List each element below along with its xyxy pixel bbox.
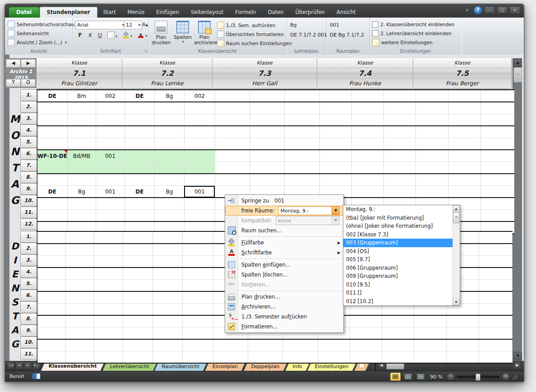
menu-item-spalten-loeschen[interactable]: Spalten löschen... <box>225 270 343 280</box>
timetable-cell[interactable] <box>94 351 123 364</box>
timetable-cell[interactable] <box>319 162 351 174</box>
timetable-cell[interactable] <box>319 138 351 150</box>
timetable-cell[interactable] <box>123 327 152 340</box>
row-header-dienstag-10[interactable]: 10. <box>20 337 37 348</box>
timetable-cell[interactable] <box>125 114 154 126</box>
class-header-7.2[interactable]: Klasse7.2Frau Lemke <box>122 58 213 88</box>
timetable-cell[interactable] <box>182 231 213 244</box>
timetable-cell[interactable] <box>416 126 448 138</box>
room-option[interactable]: (ohne) [Joker ohne Formatierung] <box>343 222 453 231</box>
horizontal-scroll-track[interactable] <box>405 363 513 369</box>
timetable-cell[interactable] <box>65 339 94 351</box>
zoom-in-icon[interactable]: + <box>502 373 510 381</box>
timetable-cell[interactable] <box>184 174 215 186</box>
timetable-cell[interactable] <box>448 186 481 198</box>
timetable-cell[interactable] <box>37 198 67 210</box>
timetable-cell[interactable] <box>65 256 94 268</box>
row-header-dienstag-1[interactable]: 1. <box>20 231 37 243</box>
timetable-cell[interactable] <box>125 126 154 138</box>
timetable-cell[interactable] <box>96 198 125 210</box>
timetable-cell[interactable] <box>416 102 448 114</box>
timetable-cell[interactable] <box>481 210 514 222</box>
room-option[interactable]: 005 [9.7] <box>343 255 453 264</box>
timetable-cell[interactable] <box>448 90 481 102</box>
help-icon[interactable]: ? <box>474 6 482 14</box>
ribbon-tab-men-s[interactable]: Menüs <box>122 7 151 18</box>
timetable-cell[interactable] <box>152 244 182 256</box>
class-header-7.5[interactable]: Klasse7.5Frau Berger <box>413 58 512 88</box>
timetable-cell[interactable] <box>351 90 384 102</box>
timetable-cell[interactable] <box>123 315 152 327</box>
timetable-cell[interactable] <box>384 150 416 162</box>
row-header-montag-12[interactable]: 12. <box>20 218 37 230</box>
timetable-cell[interactable] <box>479 231 512 244</box>
lesson-room-cell[interactable]: 001 <box>96 150 125 162</box>
timetable-cell[interactable] <box>37 174 67 186</box>
timetable-cell[interactable] <box>213 351 248 364</box>
room-option[interactable]: 002 [Klasse 7.3] <box>343 231 453 239</box>
timetable-cell[interactable] <box>67 114 96 126</box>
pagebreak-view-button[interactable] <box>416 373 426 381</box>
timetable-cell[interactable] <box>96 114 125 126</box>
lesson-teacher-cell[interactable]: Bg <box>67 186 96 198</box>
timetable-cell[interactable] <box>182 339 213 351</box>
timetable-cell[interactable] <box>446 339 479 351</box>
lesson-subject-cell[interactable]: DE <box>125 90 154 102</box>
timetable-cell[interactable] <box>481 174 514 186</box>
timetable-cell[interactable] <box>94 291 123 304</box>
timetable-cell[interactable] <box>416 114 448 126</box>
ribbon-tab-einf-gen[interactable]: Einfügen <box>150 7 185 18</box>
timetable-cell[interactable] <box>479 315 512 327</box>
timetable-cell[interactable] <box>37 280 65 292</box>
timetable-cell[interactable] <box>284 102 319 114</box>
lesson-subject-cell[interactable]: DE <box>125 186 154 198</box>
timetable-cell[interactable] <box>250 138 284 150</box>
timetable-cell[interactable] <box>65 315 94 327</box>
timetable-cell[interactable] <box>250 114 284 126</box>
timetable-cell[interactable] <box>384 174 416 186</box>
room-option[interactable]: 009 [Gruppenraum] <box>343 272 453 281</box>
timetable-cell[interactable] <box>125 102 154 114</box>
timetable-cell[interactable] <box>125 210 154 222</box>
timetable-cell[interactable] <box>351 126 384 138</box>
timetable-cell[interactable] <box>67 174 96 186</box>
timetable-cell[interactable] <box>94 327 123 340</box>
font-size-combo[interactable]: 12▼ <box>124 21 142 29</box>
timetable-cell[interactable] <box>215 162 250 174</box>
lesson-subject-cell[interactable]: DE <box>37 90 67 102</box>
lesson-subject-cell[interactable]: WF-10-DE <box>37 150 67 162</box>
zoom-slider[interactable] <box>457 376 499 378</box>
menu-item-schriftfarbe[interactable]: Schriftfarbe▶ <box>225 248 343 258</box>
timetable-cell[interactable] <box>37 256 65 268</box>
menu-item-archivieren[interactable]: Archivieren... <box>225 302 343 312</box>
timetable-cell[interactable] <box>154 126 184 138</box>
timetable-cell[interactable] <box>182 280 213 292</box>
spalten-button[interactable]: Spalten ▾ <box>172 19 194 49</box>
timetable-cell[interactable] <box>37 267 65 280</box>
timetable-cell[interactable] <box>479 244 512 256</box>
checkbox-2-lehreruebersicht[interactable]: 2. Lehrerübersicht einblenden <box>372 29 452 37</box>
timetable-cell[interactable] <box>215 138 250 150</box>
lesson-teacher-cell[interactable]: Bm <box>67 90 96 102</box>
timetable-cell[interactable] <box>184 138 215 150</box>
timetable-cell[interactable] <box>448 126 481 138</box>
timetable-cell[interactable] <box>94 315 123 327</box>
view-zoom-button[interactable]: Ansicht / Zoom (...) ▾ <box>8 38 67 46</box>
timetable-cell[interactable] <box>123 339 152 351</box>
undo-button[interactable]: Ω <box>21 79 36 87</box>
timetable-cell[interactable] <box>123 256 152 268</box>
timetable-cell[interactable] <box>479 280 512 292</box>
pagebreak-preview-button[interactable]: Seitenumbruchvorschau <box>8 20 74 28</box>
timetable-cell[interactable] <box>152 339 182 351</box>
row-header-montag-5[interactable]: 5. <box>20 136 37 148</box>
timetable-cell[interactable] <box>481 126 514 138</box>
menu-item-formatieren[interactable]: Formatieren... <box>225 322 343 332</box>
room-option[interactable]: 012 [10.2] <box>343 297 453 306</box>
menu-item-plan-drucken[interactable]: Plan drucken... <box>225 292 343 302</box>
timetable-cell[interactable] <box>37 138 67 150</box>
row-header-dienstag-7[interactable]: 7. <box>20 301 37 313</box>
timetable-cell[interactable] <box>384 126 416 138</box>
timetable-cell[interactable] <box>94 280 123 292</box>
ribbon-tab-berpr-fen[interactable]: Überprüfen <box>290 7 331 18</box>
font-name-combo[interactable]: Arial▼ <box>75 21 126 29</box>
